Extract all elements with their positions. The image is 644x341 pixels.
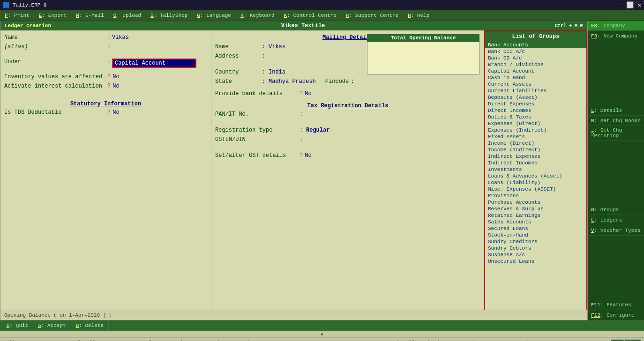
ctrl-n-label[interactable]: Ctrl + N [611, 340, 641, 341]
country-value: India [269, 69, 285, 77]
sidebar-btn-features[interactable]: F11: Features [588, 300, 644, 310]
bottom-strip: ▲ [0, 331, 644, 337]
menu-language[interactable]: G: Language [192, 10, 236, 20]
gstin-label: GSTIN/UIN [215, 136, 300, 145]
group-item[interactable]: Bank OCC A/c [485, 48, 586, 55]
sidebar-spacer-2 [588, 141, 644, 205]
group-item[interactable]: Bank OD A/c [485, 55, 586, 61]
tds-row: Is TDS Deductable ? No [4, 109, 207, 118]
sidebar-btn-ledgers[interactable]: L: Ledgers [588, 215, 644, 225]
scroll-up-arrow: ▲ [321, 332, 323, 337]
group-item[interactable]: Misc. Expenses (ASSET) [485, 186, 586, 193]
group-item[interactable]: Income (Indirect) [485, 147, 586, 153]
group-item[interactable]: Current Liabilities [485, 88, 586, 94]
group-item[interactable]: Unsecured Loans [485, 258, 586, 265]
statutory-header: Statutory Information [4, 101, 207, 107]
bank-details-value: No [305, 90, 311, 99]
group-item[interactable]: Deposits (Asset) [485, 94, 586, 101]
menu-control-centre[interactable]: K: Control Centre [279, 10, 341, 20]
group-item[interactable]: Fixed Assets [485, 133, 586, 140]
sidebar-btn-new-company[interactable]: F3: New Company [588, 31, 644, 41]
group-item[interactable]: Cash-in-Hand [485, 74, 586, 81]
sidebar-spacer-1 [588, 41, 644, 105]
inventory-value: No [112, 74, 119, 80]
group-item[interactable]: Direct Incomes [485, 107, 586, 114]
under-label: Under [4, 59, 107, 65]
group-item[interactable]: Indirect Expenses [485, 153, 586, 160]
app-icon: 🟦 [3, 2, 10, 9]
name-label: Name [4, 34, 107, 41]
group-item[interactable]: Sales Accounts [485, 219, 586, 225]
group-item[interactable]: Income (Direct) [485, 140, 586, 147]
groups-panel-header: List of Groups [485, 31, 586, 42]
under-field[interactable]: Capital Account [112, 59, 196, 68]
menu-print[interactable]: P: Print [0, 10, 34, 20]
name-row: Name : Vikas [4, 34, 207, 43]
sidebar-btn-chq-books[interactable]: B: Set Chq Books [588, 116, 644, 126]
group-item[interactable]: Expenses (Direct) [485, 120, 586, 127]
group-item[interactable]: Suspense A/c [485, 252, 586, 258]
set-gst-value: No [305, 152, 311, 161]
sidebar-btn-configure[interactable]: F12: Configure [588, 310, 644, 320]
ctrl-m-label: Ctrl + M ⊠ [555, 23, 586, 29]
group-item[interactable]: Duties & Taxes [485, 114, 586, 120]
group-item[interactable]: Expenses (Indirect) [485, 127, 586, 133]
minimize-button[interactable]: — [619, 1, 622, 9]
sidebar-btn-details[interactable]: L: Details [588, 105, 644, 116]
menu-export[interactable]: E: Export [34, 10, 71, 20]
menu-support-centre[interactable]: H: Support Centre [341, 10, 403, 20]
group-item[interactable]: Bank Accounts [485, 42, 586, 48]
footer-accept[interactable]: A: Accept [33, 320, 71, 331]
bank-details-row: Provide bank details ? No [215, 90, 480, 99]
group-item[interactable]: Stock-in-Hand [485, 232, 586, 238]
group-item[interactable]: Secured Loans [485, 225, 586, 232]
content-header: Ledger Creation Vikas Textile Ctrl + M ⊠ [0, 21, 587, 30]
footer-quit[interactable]: Q: Quit [2, 320, 33, 331]
under-row[interactable]: Under : Capital Account [4, 59, 207, 68]
inventory-label: Inventory values are affected [4, 74, 107, 80]
set-gst-label: Set/alter GST details [215, 152, 300, 161]
menu-keyboard[interactable]: K: Keyboard [236, 10, 279, 20]
group-item[interactable]: Sundry Debtors [485, 245, 586, 252]
country-label: Country [215, 69, 262, 77]
close-button[interactable]: ✕ [637, 1, 641, 9]
reg-type-value: Regular [306, 127, 329, 135]
sidebar-spacer-3 [588, 236, 644, 300]
group-item[interactable]: Capital Account [485, 68, 586, 74]
group-item[interactable]: Reserves & Surplus [485, 206, 586, 212]
maximize-button[interactable]: ⬜ [626, 1, 634, 9]
sidebar-btn-company[interactable]: F3: Company [588, 21, 644, 31]
state-label: State [215, 78, 262, 87]
groups-list[interactable]: Bank AccountsBank OCC A/cBank OD A/cBran… [485, 42, 586, 310]
window-controls[interactable]: — ⬜ ✕ [619, 1, 641, 9]
menu-email[interactable]: M: E-Mail [71, 10, 108, 20]
sidebar-btn-chq-printing[interactable]: S: Set Chq Printing [588, 126, 644, 141]
left-form: Name : Vikas (alias) : Under : Capital A… [0, 30, 211, 310]
group-item[interactable]: Indirect Incomes [485, 160, 586, 166]
group-item[interactable]: Direct Expenses [485, 101, 586, 107]
group-item[interactable]: Investments [485, 166, 586, 173]
sidebar-btn-voucher-types[interactable]: V: Voucher Types [588, 225, 644, 236]
group-item[interactable]: Loans (Liability) [485, 179, 586, 186]
menu-upload[interactable]: O: Upload [109, 10, 146, 20]
group-item[interactable]: Provisions [485, 193, 586, 199]
opening-balance-area: Total Opening Balance [367, 34, 479, 74]
group-item[interactable]: Purchase Accounts [485, 199, 586, 206]
ob-title: Total Opening Balance [367, 34, 479, 42]
tds-label: Is TDS Deductable [4, 109, 107, 116]
group-item[interactable]: Loans & Advances (Asset) [485, 173, 586, 179]
bank-details-q: ? [300, 90, 303, 99]
form-title: Ledger Creation [2, 23, 51, 29]
group-item[interactable]: Current Assets [485, 81, 586, 88]
interest-row: Activate interest calculation ? No [4, 83, 207, 91]
tds-question: ? [107, 109, 111, 116]
mailing-name-value: Vikas [269, 44, 285, 52]
menu-tallyshop[interactable]: S: TallyShop [146, 10, 192, 20]
group-item[interactable]: Retained Earnings [485, 212, 586, 219]
group-item[interactable]: Sundry Creditors [485, 238, 586, 245]
footer-delete[interactable]: D: Delete [71, 320, 109, 331]
group-item[interactable]: Branch / Divisions [485, 61, 586, 68]
menu-help[interactable]: H: Help [403, 10, 434, 20]
sidebar-btn-groups[interactable]: G: Groups [588, 205, 644, 215]
interest-value: No [112, 83, 119, 89]
